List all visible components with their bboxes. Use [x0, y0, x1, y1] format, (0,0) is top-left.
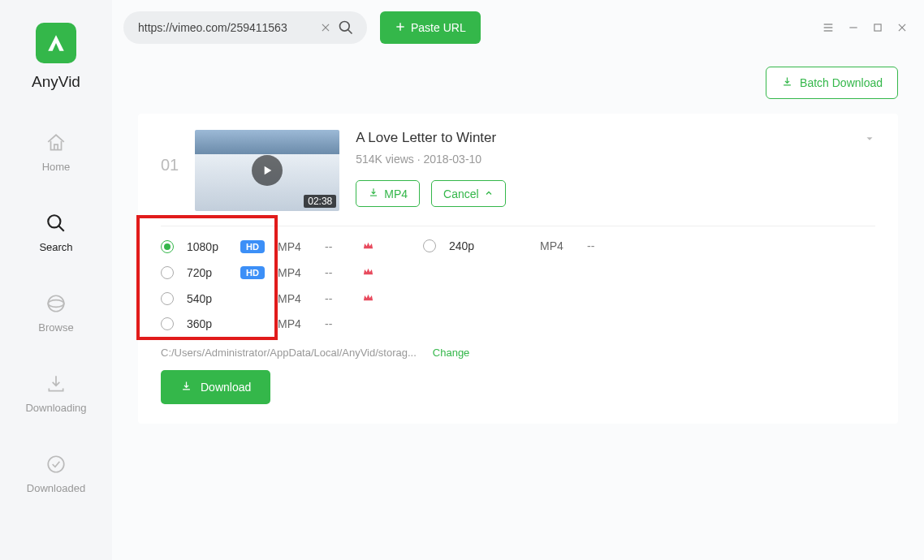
svg-line-8 — [348, 30, 352, 34]
content-area: Batch Download 01 02:38 A Love Letter to… — [112, 55, 924, 424]
size-label: -- — [325, 240, 349, 253]
paste-url-button[interactable]: Paste URL — [380, 11, 481, 44]
batch-download-label: Batch Download — [800, 76, 883, 89]
sidebar-item-downloaded[interactable]: Downloaded — [27, 453, 85, 494]
sidebar-item-home[interactable]: Home — [42, 131, 71, 173]
browse-icon — [45, 292, 67, 315]
quality-label: 240p — [449, 239, 490, 252]
sidebar: AnyVid Home Search Browse Downloading — [0, 0, 112, 560]
radio-button[interactable] — [423, 239, 436, 252]
size-label: -- — [325, 292, 349, 305]
quality-label: 1080p — [187, 240, 227, 253]
sidebar-item-downloading[interactable]: Downloading — [25, 373, 86, 414]
change-path-link[interactable]: Change — [433, 347, 470, 359]
cancel-label: Cancel — [443, 187, 479, 200]
format-label: MP4 — [540, 239, 574, 252]
downloaded-icon — [45, 453, 67, 476]
quality-label: 540p — [187, 292, 227, 305]
home-icon — [45, 131, 67, 154]
svg-point-2 — [48, 295, 64, 312]
search-icon — [45, 212, 67, 235]
clear-icon[interactable] — [317, 22, 335, 33]
minimize-icon[interactable] — [848, 22, 859, 33]
crown-icon — [362, 239, 374, 254]
paste-url-label: Paste URL — [411, 21, 466, 34]
app-logo — [36, 23, 76, 63]
crown-icon — [362, 265, 374, 280]
size-label: -- — [325, 317, 349, 330]
download-button[interactable]: Download — [161, 370, 270, 404]
download-icon — [368, 187, 379, 200]
search-field[interactable] — [123, 11, 367, 44]
quality-row[interactable]: 240pHDMP4-- — [423, 239, 611, 252]
size-label: -- — [325, 266, 349, 279]
video-thumbnail[interactable]: 02:38 — [195, 130, 339, 211]
app-name: AnyVid — [32, 73, 80, 91]
sidebar-item-label: Downloaded — [27, 482, 85, 494]
sidebar-item-label: Home — [42, 161, 71, 173]
search-icon[interactable] — [335, 19, 357, 36]
size-label: -- — [587, 239, 611, 252]
hd-badge: HD — [240, 266, 265, 279]
mp4-button[interactable]: MP4 — [356, 180, 420, 207]
batch-download-button[interactable]: Batch Download — [766, 67, 898, 99]
sidebar-item-label: Browse — [38, 321, 73, 334]
topbar: Paste URL — [112, 0, 924, 55]
format-label: MP4 — [278, 266, 312, 279]
quality-row[interactable]: 1080pHDMP4-- — [161, 239, 374, 254]
download-path: C:/Users/Administrator/AppData/Local/Any… — [161, 347, 417, 359]
collapse-icon[interactable] — [864, 133, 875, 148]
radio-button[interactable] — [161, 292, 174, 305]
window-controls — [822, 21, 908, 34]
cancel-button[interactable]: Cancel — [431, 180, 506, 207]
svg-point-3 — [48, 300, 64, 308]
download-label: Download — [201, 381, 251, 394]
mp4-label: MP4 — [384, 187, 408, 200]
format-label: MP4 — [278, 317, 312, 330]
sidebar-item-label: Search — [39, 241, 72, 253]
radio-button[interactable] — [161, 266, 174, 279]
download-icon — [781, 75, 793, 90]
hd-badge: HD — [240, 240, 265, 253]
sidebar-item-label: Downloading — [25, 402, 86, 414]
quality-row[interactable]: 720pHDMP4-- — [161, 265, 374, 280]
quality-label: 720p — [187, 266, 227, 279]
format-label: MP4 — [278, 240, 312, 253]
quality-options: 1080pHDMP4--720pHDMP4--540pHDMP4--360pHD… — [161, 239, 875, 330]
format-label: MP4 — [278, 292, 312, 305]
svg-point-0 — [48, 215, 60, 227]
result-index: 01 — [161, 156, 179, 174]
svg-rect-15 — [874, 24, 881, 31]
quality-row[interactable]: 540pHDMP4-- — [161, 291, 374, 306]
video-duration: 02:38 — [304, 195, 336, 208]
svg-point-7 — [340, 22, 350, 32]
sidebar-item-browse[interactable]: Browse — [38, 292, 73, 334]
plus-icon — [395, 21, 406, 35]
play-icon — [252, 155, 283, 186]
sidebar-item-search[interactable]: Search — [39, 212, 72, 253]
main-panel: Paste URL Batch Download 01 — [112, 0, 924, 560]
menu-icon[interactable] — [822, 21, 835, 34]
quality-label: 360p — [187, 317, 227, 330]
result-card: 01 02:38 A Love Letter to Winter 514K vi… — [138, 114, 898, 424]
downloading-icon — [45, 373, 67, 395]
download-icon — [180, 380, 192, 394]
video-subtitle: 514K views · 2018-03-10 — [356, 153, 875, 166]
svg-line-1 — [58, 226, 64, 231]
video-title: A Love Letter to Winter — [356, 130, 875, 146]
close-icon[interactable] — [896, 22, 908, 33]
chevron-up-icon — [484, 187, 494, 200]
search-input[interactable] — [138, 21, 317, 34]
maximize-icon[interactable] — [872, 22, 883, 33]
svg-point-4 — [48, 456, 64, 472]
radio-button[interactable] — [161, 317, 174, 330]
quality-row[interactable]: 360pHDMP4-- — [161, 317, 374, 330]
crown-icon — [362, 291, 374, 306]
radio-button[interactable] — [161, 240, 174, 253]
divider — [161, 226, 875, 226]
